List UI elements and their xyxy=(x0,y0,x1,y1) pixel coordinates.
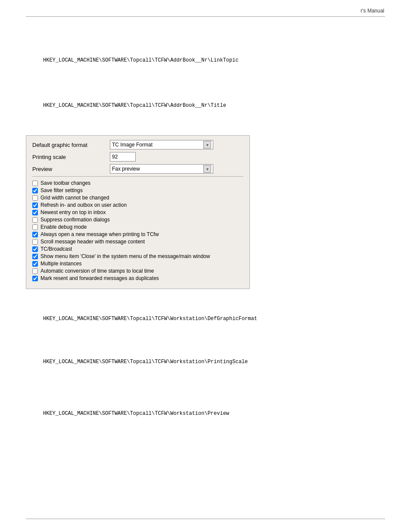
checkbox-grid-width-label: Grid width cannot be changed xyxy=(40,195,109,201)
checkbox-item: Save toolbar changes xyxy=(32,180,243,186)
checkbox-auto-conversion[interactable] xyxy=(32,268,38,274)
checkbox-multiple-instances[interactable] xyxy=(32,261,38,267)
preview-dropdown[interactable]: Fax preview ▾ xyxy=(110,164,213,174)
default-graphic-format-dropdown[interactable]: TC Image Format ▾ xyxy=(110,140,213,149)
checkbox-refresh-label: Refresh in- and outbox on user action xyxy=(40,202,127,208)
spacer2 xyxy=(26,71,385,86)
header-rule xyxy=(26,16,385,17)
default-graphic-format-label: Default graphic format xyxy=(32,142,110,148)
dropdown-arrow-1[interactable]: ▾ xyxy=(203,141,211,149)
printing-scale-control: 92 xyxy=(110,152,243,162)
footer-rule xyxy=(26,519,385,519)
checkbox-new-message-label: Always open a new message when printing … xyxy=(40,231,159,237)
checkbox-list: Save toolbar changes Save filter setting… xyxy=(32,180,243,281)
spacer8 xyxy=(26,394,385,403)
settings-panel: Default graphic format TC Image Format ▾… xyxy=(26,135,250,289)
spacer6 xyxy=(26,330,385,351)
checkbox-save-filter[interactable] xyxy=(32,188,38,193)
checkbox-item: Multiple instances xyxy=(32,261,243,267)
checkbox-item: Automatic conversion of time stamps to l… xyxy=(32,268,243,274)
default-graphic-format-control: TC Image Format ▾ xyxy=(110,140,243,149)
checkbox-item: Grid width cannot be changed xyxy=(32,195,243,201)
checkbox-debug-mode[interactable] xyxy=(32,224,38,230)
checkbox-item: Show menu item 'Close' in the system men… xyxy=(32,253,243,259)
checkbox-newest-entry-label: Newest entry on top in inbox xyxy=(40,209,106,215)
checkbox-tc-broadcast[interactable] xyxy=(32,246,38,252)
spacer7 xyxy=(26,373,385,394)
checkbox-new-message[interactable] xyxy=(32,232,38,237)
checkbox-save-toolbar-label: Save toolbar changes xyxy=(40,180,90,186)
checkbox-suppress-confirm-label: Suppress confirmation dialogs xyxy=(40,217,110,223)
checkbox-item: TC/Broadcast xyxy=(32,246,243,252)
default-graphic-format-row: Default graphic format TC Image Format ▾ xyxy=(32,140,243,149)
checkbox-refresh[interactable] xyxy=(32,202,38,208)
preview-label: Preview xyxy=(32,166,110,172)
registry-key-2: HKEY_LOCAL_MACHINE\SOFTWARE\Topcall\TCFW… xyxy=(26,103,385,109)
checkbox-debug-mode-label: Enable debug mode xyxy=(40,224,87,230)
checkbox-multiple-instances-label: Multiple instances xyxy=(40,261,81,267)
checkbox-item: Mark resent and forwarded messages as du… xyxy=(32,275,243,281)
checkbox-grid-width[interactable] xyxy=(32,195,38,201)
printing-scale-input[interactable]: 92 xyxy=(110,152,136,162)
spacer5 xyxy=(26,299,385,308)
checkbox-item: Suppress confirmation dialogs xyxy=(32,217,243,223)
checkbox-item: Always open a new message when printing … xyxy=(32,231,243,237)
header-title: r's Manual xyxy=(361,8,384,14)
registry-key-5: HKEY_LOCAL_MACHINE\SOFTWARE\Topcall\TCFW… xyxy=(26,411,385,417)
checkbox-mark-resent-label: Mark resent and forwarded messages as du… xyxy=(40,275,159,281)
checkbox-item: Enable debug mode xyxy=(32,224,243,230)
checkbox-newest-entry[interactable] xyxy=(32,210,38,215)
checkbox-suppress-confirm[interactable] xyxy=(32,217,38,223)
checkbox-show-close-label: Show menu item 'Close' in the system men… xyxy=(40,253,210,259)
checkbox-save-filter-label: Save filter settings xyxy=(40,187,83,193)
dropdown-arrow-2[interactable]: ▾ xyxy=(203,165,211,173)
registry-key-1: HKEY_LOCAL_MACHINE\SOFTWARE\Topcall\TCFW… xyxy=(26,57,385,63)
spacer4 xyxy=(26,116,385,125)
checkbox-save-toolbar[interactable] xyxy=(32,180,38,186)
checkbox-show-close[interactable] xyxy=(32,254,38,259)
printing-scale-row: Printing scale 92 xyxy=(32,152,243,162)
checkbox-tc-broadcast-label: TC/Broadcast xyxy=(40,246,72,252)
spacer9 xyxy=(26,424,385,439)
checkbox-item: Refresh in- and outbox on user action xyxy=(32,202,243,208)
content-area: HKEY_LOCAL_MACHINE\SOFTWARE\Topcall\TCFW… xyxy=(26,34,385,439)
checkbox-mark-resent[interactable] xyxy=(32,276,38,281)
default-graphic-format-value: TC Image Format xyxy=(112,142,153,148)
checkbox-item: Save filter settings xyxy=(32,187,243,193)
settings-divider xyxy=(32,176,243,177)
preview-row: Preview Fax preview ▾ xyxy=(32,164,243,174)
preview-value: Fax preview xyxy=(112,166,140,172)
registry-key-3: HKEY_LOCAL_MACHINE\SOFTWARE\Topcall\TCFW… xyxy=(26,316,385,322)
checkbox-auto-conversion-label: Automatic conversion of time stamps to l… xyxy=(40,268,154,274)
checkbox-item: Scroll message header with message conte… xyxy=(32,239,243,245)
checkbox-scroll-header[interactable] xyxy=(32,239,38,245)
checkbox-item: Newest entry on top in inbox xyxy=(32,209,243,215)
preview-control: Fax preview ▾ xyxy=(110,164,243,174)
registry-key-4: HKEY_LOCAL_MACHINE\SOFTWARE\Topcall\TCFW… xyxy=(26,359,385,365)
printing-scale-label: Printing scale xyxy=(32,154,110,160)
page-container: r's Manual HKEY_LOCAL_MACHINE\SOFTWARE\T… xyxy=(0,0,411,532)
checkbox-scroll-header-label: Scroll message header with message conte… xyxy=(40,239,145,245)
spacer3 xyxy=(26,86,385,95)
spacer1 xyxy=(26,34,385,50)
